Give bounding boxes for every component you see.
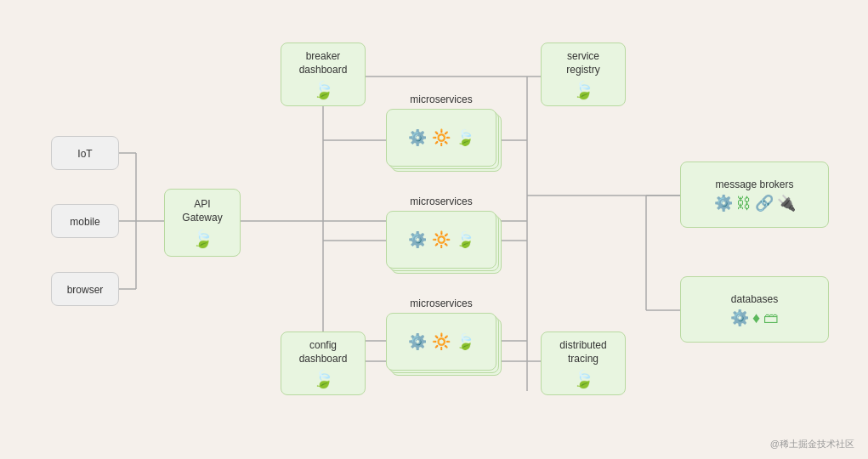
ms1-leaf-icon: 🍃 — [456, 128, 474, 147]
ms1-gear-icon: ⚙️ — [408, 128, 427, 147]
ms3-gear-icon: ⚙️ — [408, 332, 427, 351]
service-registry-label: service registry — [566, 50, 599, 76]
mb-plug-icon: 🔌 — [777, 194, 796, 212]
databases-label: databases — [731, 293, 778, 305]
breaker-dashboard-icon: 🍃 — [313, 80, 334, 100]
db-cylinder-icon: 🗃 — [763, 309, 779, 327]
diagram: IoT mobile browser API Gateway 🍃 breaker… — [0, 0, 868, 459]
distributed-tracing: distributed tracing 🍃 — [541, 332, 626, 395]
client-browser-label: browser — [67, 284, 104, 296]
distributed-tracing-icon: 🍃 — [573, 369, 594, 389]
breaker-dashboard: breaker dashboard 🍃 — [281, 42, 366, 106]
mb-gear-icon: ⚙️ — [714, 194, 733, 212]
config-dashboard-icon: 🍃 — [313, 369, 334, 389]
distributed-tracing-label: distributed tracing — [559, 339, 606, 366]
db-diamond-icon: ♦ — [752, 309, 760, 327]
watermark: @稀土掘金技术社区 — [770, 438, 854, 450]
message-brokers-label: message brokers — [715, 178, 793, 190]
message-brokers: message brokers ⚙️ ⛓ 🔗 🔌 — [680, 162, 829, 228]
mb-nodes-icon: 🔗 — [755, 194, 774, 212]
ms2-power-icon: 🔆 — [432, 230, 451, 249]
databases-icons: ⚙️ ♦ 🗃 — [730, 309, 779, 327]
ms1-power-icon: 🔆 — [432, 128, 451, 147]
api-gateway: API Gateway 🍃 — [164, 189, 241, 257]
ms1-label: microservices — [386, 94, 496, 105]
config-dashboard-label: config dashboard — [299, 339, 348, 366]
api-gateway-label: API Gateway — [182, 198, 222, 224]
ms2-gear-icon: ⚙️ — [408, 230, 427, 249]
ms2-label: microservices — [386, 196, 496, 207]
ms3-label: microservices — [386, 298, 496, 309]
ms3-power-icon: 🔆 — [432, 332, 451, 351]
service-registry-icon: 🍃 — [573, 80, 594, 100]
breaker-dashboard-label: breaker dashboard — [299, 50, 348, 76]
ms2-leaf-icon: 🍃 — [456, 230, 474, 249]
client-mobile: mobile — [51, 204, 119, 238]
message-brokers-icons: ⚙️ ⛓ 🔗 🔌 — [714, 194, 796, 212]
api-gateway-icon: 🍃 — [192, 229, 213, 249]
client-mobile-label: mobile — [70, 216, 99, 228]
client-iot-label: IoT — [77, 148, 92, 160]
databases: databases ⚙️ ♦ 🗃 — [680, 276, 829, 343]
client-iot: IoT — [51, 136, 119, 170]
mb-chain-icon: ⛓ — [736, 195, 752, 212]
db-gear-icon: ⚙️ — [730, 309, 749, 327]
config-dashboard: config dashboard 🍃 — [281, 332, 366, 395]
service-registry: service registry 🍃 — [541, 42, 626, 106]
ms3-leaf-icon: 🍃 — [456, 332, 474, 351]
client-browser: browser — [51, 272, 119, 306]
